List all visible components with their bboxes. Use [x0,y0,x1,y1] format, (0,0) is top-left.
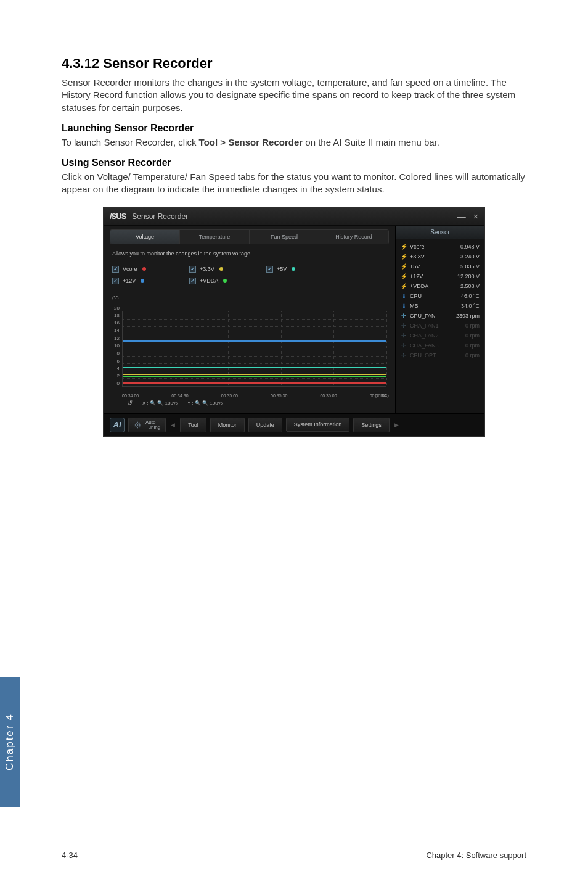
zoom-y-label: Y : [187,400,194,406]
sensor-name: +12V [410,273,423,279]
sensor-row: ✢CHA_FAN30 rpm [399,340,481,350]
check-label: +VDDA [200,278,218,284]
y-tick: 10 [110,343,120,349]
sensor-row: 🌡CPU46.0 °C [399,291,481,301]
check-12v[interactable]: ✓ +12V [112,278,171,284]
sensor-value: 0 rpm [465,352,480,358]
x-axis-label: (Time) [375,392,389,398]
sensor-name: MB [410,303,419,309]
bolt-icon: ⚡ [401,244,407,250]
subheading-using: Using Sensor Recorder [62,157,526,168]
auto-tuning-button[interactable]: ⚙ Auto Tuning [128,418,166,432]
sensor-name: CPU [410,293,422,299]
footer-system-info-button[interactable]: System Information [286,418,350,432]
sensor-value: 12.200 V [457,273,480,279]
sensor-row: ✢CHA_FAN10 rpm [399,321,481,331]
y-tick: 18 [110,313,120,318]
checkbox-icon: ✓ [112,266,119,273]
x-tick: 00:35:00 [221,394,238,398]
brand-logo: /SUS [110,212,126,221]
close-button[interactable]: × [473,212,478,221]
sensor-row: ⚡+VDDA2.508 V [399,281,481,291]
voltage-checkbox-group: ✓ Vcore ✓ +3.3V ✓ +5V ✓ [110,262,389,291]
tab-temperature[interactable]: Temperature [180,230,250,244]
voltage-chart: 20181614121086420 00:34:0000:34:3000:35:… [110,305,389,398]
sensor-name: CHA_FAN3 [410,342,439,349]
y-tick: 14 [110,328,120,333]
check-5v[interactable]: ✓ +5V [266,266,325,273]
sensor-row: ⚡+12V12.200 V [399,271,481,281]
tool-path-bold: Tool > Sensor Recorder [199,137,303,147]
launching-paragraph: To launch Sensor Recorder, click Tool > … [62,136,526,149]
sensor-row: ✢CHA_FAN20 rpm [399,331,481,340]
zoom-in-icon[interactable]: 🔍 [202,400,208,406]
y-tick: 2 [110,373,120,379]
zoom-in-icon[interactable]: 🔍 [157,400,163,406]
window-title: Sensor Recorder [132,212,188,221]
checkbox-icon: ✓ [189,266,196,273]
sensor-row: ⚡+5V5.035 V [399,262,481,271]
check-vdda[interactable]: ✓ +VDDA [189,278,248,284]
window-titlebar: /SUS Sensor Recorder — × [104,208,484,226]
x-tick: 00:36:00 [320,394,337,398]
zoom-out-icon[interactable]: 🔍 [195,400,201,406]
footer-tool-button[interactable]: Tool [180,418,206,432]
page-footer: 4-34 Chapter 4: Software support [62,844,526,860]
page-number: 4-34 [62,851,78,860]
minimize-button[interactable]: — [457,212,466,221]
footer-update-button[interactable]: Update [248,418,282,432]
bolt-icon: ⚡ [401,254,407,260]
series-color-dot [223,279,227,283]
sensor-panel-header: Sensor [396,226,484,239]
bolt-icon: ⚡ [401,263,407,270]
check-label: Vcore [123,266,137,272]
checkbox-icon: ✓ [266,266,273,273]
nav-left-icon[interactable]: ◀ [169,422,176,428]
auto-tuning-label-2: Tuning [145,425,160,430]
sensor-panel: Sensor ⚡Vcore0.948 V⚡+3.3V3.240 V⚡+5V5.0… [395,226,484,413]
footer-settings-button[interactable]: Settings [353,418,390,432]
sensor-name: CHA_FAN2 [410,332,439,339]
nav-right-icon[interactable]: ▶ [393,422,400,428]
sensor-recorder-window: /SUS Sensor Recorder — × Voltage Tempera… [103,207,485,437]
series-line [123,374,386,375]
series-line [123,376,386,377]
check-3-3v[interactable]: ✓ +3.3V [189,266,248,273]
zoom-y: Y : 🔍 🔍 100% [187,400,223,406]
sensor-name: +5V [410,263,420,270]
tab-voltage[interactable]: Voltage [110,230,180,244]
series-color-dot [219,267,223,271]
x-axis-ticks: 00:34:0000:34:3000:35:0000:35:3000:36:00… [122,394,386,398]
sensor-value: 0.948 V [460,244,480,250]
sensor-row: ✢CPU_OPT0 rpm [399,350,481,360]
zoom-out-icon[interactable]: 🔍 [150,400,156,406]
text-segment: on the AI Suite II main menu bar. [303,137,439,147]
y-axis-label: (V) [110,291,389,300]
tab-bar: Voltage Temperature Fan Speed History Re… [110,229,389,244]
footer-monitor-button[interactable]: Monitor [210,418,245,432]
text-segment: To launch Sensor Recorder, click [62,137,199,147]
zoom-reset-icon[interactable]: ↺ [127,399,133,407]
zoom-x-value: 100% [165,400,177,406]
fan-icon: ✢ [401,342,407,349]
sensor-value: 3.240 V [460,254,480,260]
sensor-value: 0 rpm [465,323,480,329]
checkbox-icon: ✓ [189,278,196,284]
tab-fan-speed[interactable]: Fan Speed [250,230,319,244]
check-vcore[interactable]: ✓ Vcore [112,266,171,273]
sensor-value: 34.0 °C [461,303,480,309]
chapter-label: Chapter 4: Software support [426,851,526,860]
chapter-side-tab: Chapter 4 [0,677,20,807]
sensor-value: 46.0 °C [461,293,480,299]
tab-history-record[interactable]: History Record [319,230,388,244]
y-tick: 20 [110,305,120,311]
sensor-row: ✢CPU_FAN2393 rpm [399,311,481,321]
chart-plot-area [122,311,386,387]
sensor-name: CPU_OPT [410,352,436,358]
ai-suite-logo: AI [110,418,125,432]
sensor-row: 🌡MB34.0 °C [399,301,481,311]
fan-icon: ✢ [401,352,407,358]
check-label: +5V [277,266,287,272]
y-tick: 0 [110,381,120,386]
sensor-row: ⚡Vcore0.948 V [399,242,481,252]
